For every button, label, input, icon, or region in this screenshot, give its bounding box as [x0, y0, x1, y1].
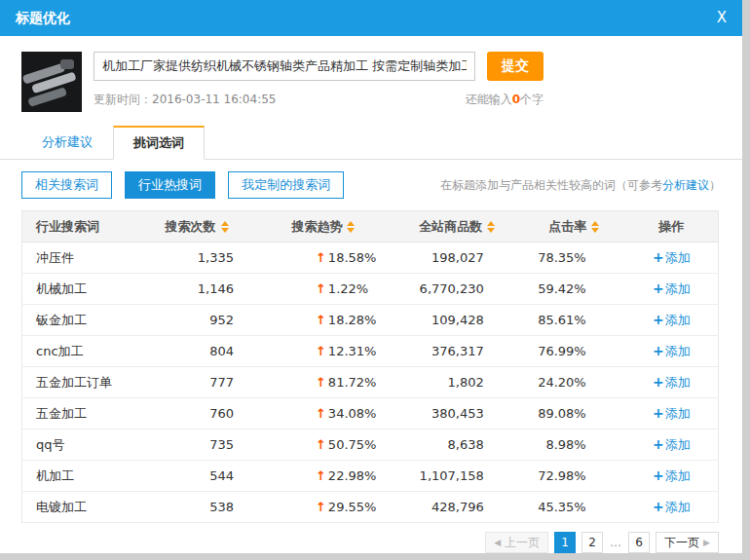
- next-page-button[interactable]: 下一页▶: [656, 532, 719, 553]
- search-trend-cell: ↑18.58%: [255, 243, 392, 274]
- search-trend-cell: ↑1.22%: [255, 274, 392, 305]
- page-button-2[interactable]: 2: [581, 532, 603, 553]
- trend-up-icon: ↑: [316, 250, 326, 265]
- search-count-cell: 777: [138, 367, 255, 398]
- total-products-cell: 1,107,158: [392, 461, 523, 492]
- filter-industry-hot-keywords[interactable]: 行业热搜词: [125, 171, 215, 199]
- click-rate-cell: 72.98%: [523, 461, 625, 492]
- filter-my-custom-keywords[interactable]: 我定制的搜索词: [228, 171, 344, 199]
- sort-icon[interactable]: [591, 221, 599, 233]
- sort-down-icon: [347, 228, 355, 233]
- total-products-cell: 8,638: [392, 429, 523, 461]
- page-button-1[interactable]: 1: [554, 532, 576, 553]
- search-count-cell: 1,335: [138, 243, 255, 274]
- metal-shafts-picture: [21, 52, 82, 112]
- pagination: ◀上一页 1 2 … 6 下一页▶: [0, 523, 742, 553]
- sort-down-icon: [591, 228, 599, 233]
- title-input[interactable]: [94, 52, 475, 81]
- prev-page-button[interactable]: ◀上一页: [485, 532, 548, 553]
- column-label: 搜索次数: [166, 219, 216, 234]
- search-count-cell: 760: [138, 398, 255, 429]
- product-section: 提交 更新时间：2016-03-11 16:04:55 还能输入0个字: [0, 36, 742, 112]
- submit-button[interactable]: 提交: [487, 52, 544, 81]
- plus-icon: +: [653, 312, 664, 327]
- analysis-suggestions-link[interactable]: 分析建议: [662, 178, 709, 192]
- table-row: 电镀加工 538 ↑29.55% 428,796 45.35% +添加: [22, 492, 719, 523]
- filter-related-keywords[interactable]: 相关搜索词: [21, 171, 112, 199]
- product-image: [21, 52, 82, 112]
- add-keyword-button[interactable]: +添加: [653, 250, 691, 265]
- total-products-cell: 380,453: [392, 398, 523, 429]
- trend-up-icon: ↑: [316, 313, 326, 327]
- plus-icon: +: [653, 343, 664, 358]
- add-keyword-button[interactable]: +添加: [653, 281, 691, 296]
- add-keyword-button[interactable]: +添加: [653, 406, 691, 421]
- title-optimization-dialog: 标题优化 X 提交 更新时间：2016-03-11 16:04:55: [0, 0, 742, 553]
- sort-up-icon: [487, 221, 495, 226]
- column-header-search-count: 搜索次数: [138, 211, 255, 243]
- sort-down-icon: [221, 228, 229, 233]
- plus-icon: +: [653, 280, 664, 296]
- add-keyword-button[interactable]: +添加: [653, 437, 691, 452]
- hint-text: 在标题添加与产品相关性较高的词（可参考分析建议）: [440, 177, 721, 194]
- sort-up-icon: [221, 221, 229, 226]
- search-count-cell: 544: [138, 461, 255, 492]
- sort-down-icon: [487, 228, 495, 233]
- total-products-cell: 1,802: [392, 367, 523, 398]
- trend-up-icon: ↑: [316, 406, 326, 421]
- total-products-cell: 376,317: [392, 336, 523, 367]
- tab-analysis-suggestions[interactable]: 分析建议: [21, 126, 113, 160]
- sort-icon[interactable]: [487, 221, 495, 233]
- add-keyword-button[interactable]: +添加: [653, 468, 691, 483]
- prev-page-label: 上一页: [505, 535, 540, 551]
- close-icon[interactable]: X: [717, 11, 727, 25]
- keyword-cell: 五金加工: [22, 398, 139, 429]
- keyword-cell: 冲压件: [22, 243, 139, 274]
- click-rate-cell: 85.61%: [523, 305, 625, 336]
- search-count-cell: 804: [138, 336, 255, 367]
- total-products-cell: 6,770,230: [392, 274, 523, 305]
- add-keyword-button[interactable]: +添加: [653, 313, 691, 327]
- add-keyword-button[interactable]: +添加: [653, 500, 691, 514]
- keyword-source-buttons: 相关搜索词 行业热搜词 我定制的搜索词: [21, 171, 352, 199]
- plus-icon: +: [653, 499, 664, 514]
- keyword-table: 行业搜索词 搜索次数 搜索趋势 全站商品数 点击率 操作: [21, 210, 719, 523]
- column-label: 行业搜索词: [36, 219, 99, 234]
- table-row: 五金加工订单 777 ↑81.72% 1,802 24.20% +添加: [22, 367, 719, 398]
- page-ellipsis: …: [609, 536, 622, 549]
- page-button-6[interactable]: 6: [628, 532, 650, 553]
- click-rate-cell: 45.35%: [523, 492, 625, 523]
- search-count-cell: 538: [138, 492, 255, 523]
- click-rate-cell: 59.42%: [523, 274, 625, 305]
- left-arrow-icon: ◀: [494, 538, 501, 547]
- search-trend-cell: ↑34.08%: [255, 398, 392, 429]
- total-products-cell: 198,027: [392, 243, 523, 274]
- sort-icon[interactable]: [347, 221, 355, 233]
- action-cell: +添加: [625, 305, 719, 336]
- trend-up-icon: ↑: [316, 375, 326, 390]
- search-count-cell: 952: [138, 305, 255, 336]
- remaining-suffix: 个字: [520, 93, 544, 106]
- sort-icon[interactable]: [221, 221, 229, 233]
- filter-section: 相关搜索词 行业热搜词 我定制的搜索词 在标题添加与产品相关性较高的词（可参考分…: [0, 160, 742, 210]
- keyword-cell: 机加工: [22, 461, 139, 492]
- column-label: 操作: [658, 219, 684, 234]
- plus-icon: +: [653, 467, 664, 483]
- column-header-total-products: 全站商品数: [392, 211, 523, 243]
- action-cell: +添加: [625, 336, 719, 367]
- right-arrow-icon: ▶: [703, 538, 710, 547]
- add-keyword-button[interactable]: +添加: [653, 344, 691, 358]
- search-trend-cell: ↑29.55%: [255, 492, 392, 523]
- table-row: 冲压件 1,335 ↑18.58% 198,027 78.35% +添加: [22, 243, 719, 274]
- search-trend-cell: ↑22.98%: [255, 461, 392, 492]
- action-cell: +添加: [625, 461, 719, 492]
- table-row: cnc加工 804 ↑12.31% 376,317 76.99% +添加: [22, 336, 719, 367]
- add-keyword-button[interactable]: +添加: [653, 375, 691, 390]
- action-cell: +添加: [625, 398, 719, 429]
- click-rate-cell: 8.98%: [523, 429, 625, 461]
- search-trend-cell: ↑81.72%: [255, 367, 392, 398]
- table-row: 钣金加工 952 ↑18.28% 109,428 85.61% +添加: [22, 305, 719, 336]
- column-header-click-rate: 点击率: [523, 211, 625, 243]
- update-time: 更新时间：2016-03-11 16:04:55: [94, 92, 276, 108]
- tab-word-selection[interactable]: 挑词选词: [113, 126, 205, 160]
